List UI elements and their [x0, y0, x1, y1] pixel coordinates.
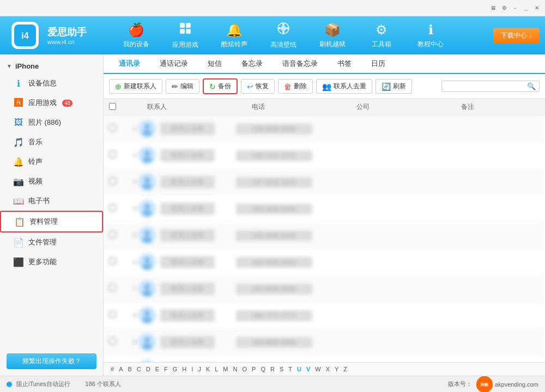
sidebar-item-device-info[interactable]: ℹ 设备信息 [0, 74, 103, 93]
tab-notes[interactable]: 备忘录 [232, 54, 272, 74]
nav-tab-wallpaper[interactable]: 高清壁纸 [259, 16, 308, 54]
svg-point-16 [144, 177, 150, 183]
row-checkbox[interactable] [109, 204, 116, 211]
nav-tab-tools[interactable]: ⚙ 工具箱 [357, 16, 406, 54]
dedup-button[interactable]: 👥 联系人去重 [316, 79, 372, 94]
letter-t[interactable]: T [287, 365, 294, 373]
nav-tab-ringtone[interactable]: 🔔 酷炫铃声 [210, 16, 259, 54]
letter-k[interactable]: K [204, 365, 211, 373]
letter-g[interactable]: G [171, 365, 179, 373]
letter-j[interactable]: J [196, 365, 203, 373]
row-checkbox[interactable] [109, 151, 116, 158]
table-row[interactable]: 7 联系人名称 152 6666 6666 [104, 275, 545, 302]
table-row[interactable]: 3 联系人名称 137 2222 2222 [104, 169, 545, 195]
letter-w[interactable]: W [313, 365, 322, 373]
sidebar-item-ebook[interactable]: 📖 电子书 [0, 191, 103, 211]
info-circle-icon: ℹ [13, 78, 24, 89]
sidebar-device[interactable]: ▼ iPhone [0, 59, 103, 74]
row-checkbox[interactable] [109, 311, 116, 318]
table-row[interactable]: 4 联系人名称 150 3333 3333 [104, 195, 545, 222]
letter-v[interactable]: V [305, 365, 312, 373]
letter-o[interactable]: O [240, 365, 249, 373]
col-contact-header: 联系人 [125, 102, 252, 112]
letter-x[interactable]: X [324, 365, 331, 373]
table-row[interactable]: 10 联系人名称 177 9999 9999 [104, 356, 545, 362]
row-checkbox[interactable] [109, 338, 116, 345]
letter-r[interactable]: R [269, 365, 276, 373]
sidebar-item-video[interactable]: 📷 视频 [0, 171, 103, 191]
window-controls: 🖥 ⚙ － ＿ ✕ [489, 4, 541, 12]
table-row[interactable]: 5 联系人名称 136 4444 4444 [104, 222, 545, 249]
edit-button[interactable]: ✏ 编辑 [166, 79, 199, 94]
letter-e[interactable]: E [154, 365, 161, 373]
svg-point-12 [144, 124, 150, 130]
letter-y[interactable]: Y [333, 365, 340, 373]
nav-tab-jailbreak[interactable]: 📦 刷机越狱 [308, 16, 357, 54]
letter-l[interactable]: L [213, 365, 220, 373]
table-row[interactable]: 2 联系人名称 139 1111 1111 [104, 142, 545, 169]
tab-calendar[interactable]: 日历 [361, 54, 395, 74]
letter-a[interactable]: A [117, 365, 124, 373]
table-row[interactable]: 1 联系人名称 138 0000 0000 [104, 115, 545, 142]
letter-c[interactable]: C [135, 365, 143, 373]
version-label: 版本号： [448, 380, 472, 388]
row-checkbox[interactable] [109, 177, 116, 185]
close-button[interactable]: ✕ [533, 4, 541, 12]
video-icon: 📷 [13, 176, 24, 187]
table-row[interactable]: 6 联系人名称 158 5555 5555 [104, 249, 545, 275]
table-row[interactable]: 8 联系人名称 186 7777 7777 [104, 302, 545, 329]
sidebar: ▼ iPhone ℹ 设备信息 🅰 应用游戏 48 🖼 照片 (886) 🎵 音… [0, 54, 104, 376]
letter-hash[interactable]: # [109, 365, 116, 373]
restore-button[interactable]: ↩ 恢复 [241, 79, 275, 94]
sidebar-item-data-manage[interactable]: 📋 资料管理 [0, 211, 103, 232]
letter-d[interactable]: D [144, 365, 152, 373]
delete-label: 删除 [294, 82, 307, 91]
letter-q[interactable]: Q [259, 365, 267, 373]
row-checkbox[interactable] [109, 284, 116, 291]
table-row[interactable]: 9 联系人名称 189 8888 8888 [104, 329, 545, 356]
letter-i[interactable]: I [190, 365, 195, 373]
tab-sms[interactable]: 短信 [198, 54, 232, 74]
letter-u[interactable]: U [295, 365, 303, 373]
select-all-checkbox[interactable] [109, 103, 116, 110]
letter-b[interactable]: B [126, 365, 133, 373]
letter-z[interactable]: Z [342, 365, 349, 373]
minimize-button[interactable]: － [511, 4, 519, 12]
content-area: 通讯录 通话记录 短信 备忘录 语音备忘录 书签 日历 ⊕ 新建联系人 ✏ 编辑… [104, 54, 545, 376]
search-box[interactable]: 🔍 [441, 81, 540, 92]
sidebar-item-app-games[interactable]: 🅰 应用游戏 48 [0, 93, 103, 113]
backup-button[interactable]: ↻ 备份 [203, 78, 238, 94]
nav-tab-my-device[interactable]: 🍎 我的设备 [112, 16, 161, 54]
nav-tab-app-games[interactable]: 应用游戏 [161, 16, 210, 54]
sidebar-item-ringtone[interactable]: 🔔 铃声 [0, 152, 103, 171]
avatar [138, 253, 156, 271]
download-button[interactable]: 下载中心 ↓ [493, 28, 540, 44]
letter-s[interactable]: S [278, 365, 285, 373]
tab-contacts[interactable]: 通讯录 [109, 54, 150, 74]
sidebar-item-photos[interactable]: 🖼 照片 (886) [0, 113, 103, 132]
new-contact-button[interactable]: ⊕ 新建联系人 [109, 79, 162, 94]
row-checkbox[interactable] [109, 231, 116, 238]
search-input[interactable] [445, 83, 527, 90]
restore-button[interactable]: ＿ [522, 4, 530, 12]
sidebar-item-music[interactable]: 🎵 音乐 [0, 132, 103, 152]
app-icon [179, 22, 192, 38]
nav-tab-tutorial[interactable]: ℹ 教程中心 [406, 16, 455, 54]
delete-button[interactable]: 🗑 删除 [278, 79, 313, 94]
letter-n[interactable]: N [232, 365, 239, 373]
tab-call-log[interactable]: 通话记录 [150, 54, 198, 74]
help-button[interactable]: 频繁出现操作失败？ [7, 353, 96, 369]
row-checkbox[interactable] [109, 124, 116, 131]
tab-voice-notes[interactable]: 语音备忘录 [272, 54, 328, 74]
letter-f[interactable]: F [162, 365, 169, 373]
sidebar-item-more[interactable]: ⬛ 更多功能 [0, 252, 103, 272]
letter-m[interactable]: M [221, 365, 229, 373]
contact-count: 186 个联系人 [86, 380, 121, 388]
letter-p[interactable]: P [250, 365, 257, 373]
letter-h[interactable]: H [180, 365, 188, 373]
refresh-icon: 🔄 [382, 82, 391, 91]
refresh-button[interactable]: 🔄 刷新 [376, 79, 412, 94]
row-checkbox[interactable] [109, 258, 116, 265]
tab-bookmarks[interactable]: 书签 [328, 54, 361, 74]
sidebar-item-file-manage[interactable]: 📄 文件管理 [0, 232, 103, 252]
